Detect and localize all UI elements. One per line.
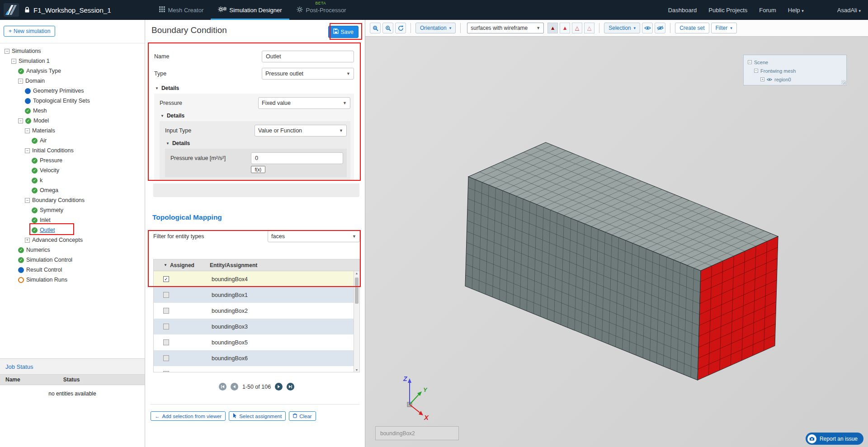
table-scrollbar[interactable]: ▲ ▼: [354, 271, 359, 372]
assignment-checkbox[interactable]: [163, 308, 169, 314]
collapse-icon[interactable]: −: [11, 59, 16, 64]
collapse-icon[interactable]: −: [25, 198, 30, 203]
expand-icon[interactable]: +: [760, 77, 764, 81]
collapse-icon[interactable]: −: [25, 128, 30, 133]
assignment-row[interactable]: boundingBox3: [154, 319, 359, 334]
assignment-row[interactable]: boundingBox1: [154, 287, 359, 303]
tree-item-boundary-conditions[interactable]: −Boundary Conditions: [0, 195, 145, 205]
entity-column-header[interactable]: Entity/Assignment: [210, 262, 257, 268]
pressure-select[interactable]: Fixed value▼: [258, 97, 350, 109]
collapse-icon[interactable]: −: [18, 118, 23, 123]
tree-item-result-control[interactable]: Result Control: [0, 265, 145, 275]
tree-item-k[interactable]: ✓k: [0, 175, 145, 185]
scroll-down-icon[interactable]: ▼: [354, 368, 359, 372]
visibility-eye-icon[interactable]: [767, 77, 772, 82]
reset-view-button[interactable]: [395, 23, 406, 33]
nav-dashboard[interactable]: Dashboard: [668, 7, 697, 14]
assignment-row[interactable]: boundingBox2: [154, 303, 359, 319]
tree-item-initial-conditions[interactable]: −Initial Conditions: [0, 146, 145, 155]
assigned-column-header[interactable]: Assigned: [170, 262, 209, 268]
assignment-checkbox[interactable]: [163, 339, 169, 345]
assignment-checkbox[interactable]: [163, 324, 169, 329]
pressure-value-input[interactable]: [251, 152, 343, 164]
tree-item-velocity[interactable]: ✓Velocity: [0, 165, 145, 175]
tree-item-geometry-primitives[interactable]: Geometry Primitives: [0, 86, 145, 96]
tree-item-inlet[interactable]: ✓Inlet: [0, 215, 145, 225]
zoom-window-button[interactable]: [370, 23, 381, 33]
collapse-icon[interactable]: −: [25, 148, 30, 153]
viewer-canvas[interactable]: −Scene −Frontwing mesh +region0 Z Y X: [365, 37, 868, 447]
save-button[interactable]: Save: [328, 26, 359, 38]
assignment-checkbox[interactable]: [163, 292, 169, 298]
type-select[interactable]: Pressure outlet▼: [262, 68, 354, 80]
mesh-svg[interactable]: [365, 37, 868, 447]
filter-dropdown[interactable]: Filter▾: [711, 23, 737, 33]
previous-page-button[interactable]: [231, 383, 238, 391]
simscale-logo[interactable]: [4, 3, 19, 17]
tree-item-outlet[interactable]: ✓Outlet: [0, 225, 145, 235]
render-mode-select[interactable]: surfaces with wireframe▼: [467, 23, 544, 33]
create-set-button[interactable]: Create set: [675, 23, 709, 33]
tree-item-numerics[interactable]: ✓Numerics: [0, 245, 145, 255]
tab-post-processor[interactable]: BETA Post-Processor: [289, 0, 354, 20]
tree-item-symmety[interactable]: ✓Symmety: [0, 205, 145, 215]
tree-item-omega[interactable]: ✓Omega: [0, 185, 145, 195]
last-page-button[interactable]: [287, 383, 294, 391]
tree-item-simulation-1[interactable]: −Simulation 1: [0, 56, 145, 66]
scene-tree-region[interactable]: +region0: [748, 75, 846, 84]
scene-tree-root[interactable]: −Scene: [748, 58, 846, 66]
collapse-icon[interactable]: −: [5, 49, 9, 54]
tree-item-mesh[interactable]: ✓Mesh: [0, 106, 145, 116]
mesh-display-toggle-1[interactable]: ▲: [547, 23, 558, 33]
clear-button[interactable]: Clear: [289, 411, 316, 421]
scroll-up-icon[interactable]: ▲: [354, 272, 359, 275]
user-menu[interactable]: AsadAli ▾: [837, 7, 861, 14]
nav-forum[interactable]: Forum: [759, 7, 776, 14]
tree-item-advanced-concepts[interactable]: +Advanced Concepts: [0, 235, 145, 245]
entity-filter-select[interactable]: faces▼: [268, 231, 360, 242]
report-issue-button[interactable]: Report an issue: [806, 433, 863, 445]
name-input[interactable]: [262, 51, 354, 62]
tree-item-air[interactable]: ✓Air: [0, 136, 145, 146]
assignment-checkbox[interactable]: ✓: [163, 276, 169, 282]
collapse-icon[interactable]: −: [748, 60, 752, 64]
tree-item-simulation-control[interactable]: ✓Simulation Control: [0, 255, 145, 265]
tree-item-domain[interactable]: −Domain: [0, 76, 145, 86]
resize-grip[interactable]: [841, 80, 846, 85]
assignment-checkbox[interactable]: [163, 371, 169, 372]
tree-item-analysis-type[interactable]: ✓Analysis Type: [0, 66, 145, 76]
scrollbar-thumb[interactable]: [355, 278, 359, 304]
scene-tree-mesh[interactable]: −Frontwing mesh: [748, 66, 846, 75]
assignment-row[interactable]: boundingBox6: [154, 350, 359, 366]
assignment-row[interactable]: boundingBox7: [154, 366, 359, 372]
first-page-button[interactable]: [219, 383, 226, 391]
mesh-display-toggle-2[interactable]: ▲: [560, 23, 570, 33]
expand-icon[interactable]: +: [25, 238, 30, 243]
tab-mesh-creator[interactable]: Mesh Creator: [152, 0, 211, 20]
nav-help-menu[interactable]: Help ▾: [788, 7, 804, 14]
collapse-icon[interactable]: −: [18, 79, 23, 84]
mesh-display-toggle-3[interactable]: △: [572, 23, 582, 33]
tree-item-simulations[interactable]: −Simulations: [0, 46, 145, 56]
sort-arrow-icon[interactable]: ▼: [164, 263, 167, 267]
select-assignment-button[interactable]: Select assignment: [229, 411, 286, 421]
tree-item-model[interactable]: −✓Model: [0, 116, 145, 126]
selection-dropdown[interactable]: Selection▾: [604, 23, 640, 33]
tree-item-simulation-runs[interactable]: Simulation Runs: [0, 275, 145, 285]
assignment-row[interactable]: boundingBox5: [154, 334, 359, 350]
tab-simulation-designer[interactable]: Simulation Designer: [211, 0, 289, 20]
zoom-fit-button[interactable]: [382, 23, 393, 33]
collapse-icon[interactable]: −: [754, 69, 758, 73]
input-type-select[interactable]: Value or Function▼: [255, 125, 347, 136]
orientation-dropdown[interactable]: Orientation▾: [415, 23, 456, 33]
tree-item-pressure[interactable]: ✓Pressure: [0, 155, 145, 165]
new-simulation-button[interactable]: +New simulation: [4, 26, 55, 37]
tree-item-materials[interactable]: −Materials: [0, 126, 145, 136]
nav-public-projects[interactable]: Public Projects: [708, 7, 747, 14]
details-section-header[interactable]: ▼Details: [160, 113, 350, 119]
assignment-checkbox[interactable]: [163, 355, 169, 361]
hide-eye-button[interactable]: [655, 23, 665, 33]
details-section-header[interactable]: ▼Details: [155, 85, 354, 91]
show-all-eye-button[interactable]: [642, 23, 653, 33]
tree-item-topological-entity-sets[interactable]: Topological Entity Sets: [0, 96, 145, 106]
